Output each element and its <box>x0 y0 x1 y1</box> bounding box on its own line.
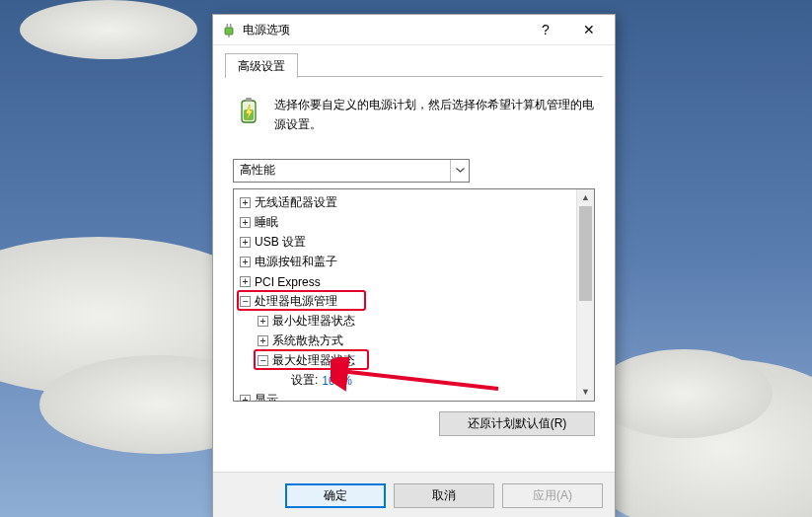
power-plan-select[interactable]: 高性能 <box>233 159 470 183</box>
dialog-button-bar: 确定 取消 应用(A) <box>213 472 615 517</box>
titlebar: 电源选项 ? ✕ <box>213 15 615 45</box>
expand-icon[interactable]: + <box>240 197 251 208</box>
ok-button[interactable]: 确定 <box>285 483 386 508</box>
tree-item-display[interactable]: + 显示 <box>240 391 594 402</box>
close-button[interactable]: ✕ <box>567 16 611 43</box>
power-plug-icon <box>221 22 237 37</box>
tree-item-pci[interactable]: + PCI Express <box>240 272 594 292</box>
scroll-up-icon[interactable]: ▲ <box>577 189 594 206</box>
tree-item-powerbtn[interactable]: + 电源按钮和盖子 <box>240 253 594 272</box>
expand-icon[interactable]: + <box>258 316 268 327</box>
svg-rect-0 <box>225 28 233 35</box>
chevron-down-icon <box>450 160 469 182</box>
expand-icon[interactable]: + <box>240 237 251 248</box>
settings-tree: + 无线适配器设置 + 睡眠 + USB 设置 + 电源按钮和盖子 + PC <box>233 188 595 402</box>
restore-defaults-button[interactable]: 还原计划默认值(R) <box>439 411 595 436</box>
expand-icon[interactable]: + <box>240 257 251 267</box>
tree-scrollbar[interactable]: ▲ ▼ <box>576 189 594 401</box>
scroll-down-icon[interactable]: ▼ <box>577 384 594 401</box>
cpu-max-setting-value[interactable]: 设置: 100% <box>240 371 594 391</box>
svg-rect-2 <box>230 24 232 28</box>
expand-icon[interactable]: + <box>240 395 251 402</box>
expand-icon[interactable]: + <box>240 276 251 287</box>
description-text: 选择你要自定义的电源计划，然后选择你希望计算机管理的电源设置。 <box>274 95 595 135</box>
window-title: 电源选项 <box>243 22 524 38</box>
tree-item-cooling[interactable]: + 系统散热方式 <box>240 332 594 351</box>
expand-icon[interactable]: + <box>258 335 268 346</box>
expand-icon[interactable]: + <box>240 217 251 228</box>
svg-rect-4 <box>246 98 252 102</box>
tab-advanced[interactable]: 高级设置 <box>225 53 298 78</box>
power-options-dialog: 电源选项 ? ✕ 高级设置 选择你要自定义的电源计划，然后选择你希望计算机管理的… <box>212 14 616 517</box>
collapse-icon[interactable]: − <box>240 296 251 307</box>
dialog-content: 高级设置 选择你要自定义的电源计划，然后选择你希望计算机管理的电源设置。 高性能 <box>213 45 615 472</box>
battery-icon <box>233 95 264 126</box>
tree-item-cpu-max[interactable]: − 最大处理器状态 <box>240 351 594 371</box>
help-button[interactable]: ? <box>524 16 567 43</box>
scroll-thumb[interactable] <box>579 206 592 301</box>
tree-item-usb[interactable]: + USB 设置 <box>240 233 594 253</box>
scroll-track[interactable] <box>577 206 594 384</box>
apply-button: 应用(A) <box>502 483 603 508</box>
tree-item-cpu-min[interactable]: + 最小处理器状态 <box>240 312 594 332</box>
tree-item-sleep[interactable]: + 睡眠 <box>240 213 594 233</box>
svg-rect-1 <box>227 24 229 28</box>
tree-item-cpu[interactable]: − 处理器电源管理 <box>240 292 594 312</box>
tree-item-wireless[interactable]: + 无线适配器设置 <box>240 193 594 213</box>
selected-plan-label: 高性能 <box>240 162 275 179</box>
collapse-icon[interactable]: − <box>258 355 268 366</box>
cancel-button[interactable]: 取消 <box>394 483 494 508</box>
